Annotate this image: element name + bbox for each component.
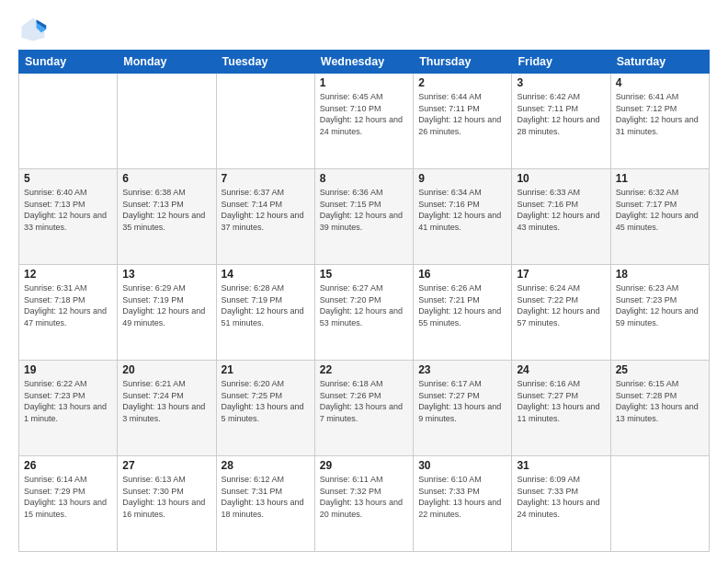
day-info: Sunrise: 6:23 AM Sunset: 7:23 PM Dayligh… <box>616 282 704 328</box>
table-row: 26Sunrise: 6:14 AM Sunset: 7:29 PM Dayli… <box>19 456 118 552</box>
day-info: Sunrise: 6:21 AM Sunset: 7:24 PM Dayligh… <box>122 378 210 424</box>
day-number: 7 <box>222 172 310 185</box>
day-number: 6 <box>122 172 210 185</box>
day-number: 13 <box>122 268 210 281</box>
day-number: 24 <box>517 363 605 376</box>
table-row <box>610 456 709 552</box>
day-number: 30 <box>418 459 506 472</box>
day-info: Sunrise: 6:42 AM Sunset: 7:11 PM Dayligh… <box>517 91 605 137</box>
col-thursday: Thursday <box>414 51 512 74</box>
day-info: Sunrise: 6:31 AM Sunset: 7:18 PM Dayligh… <box>24 282 112 328</box>
day-info: Sunrise: 6:41 AM Sunset: 7:12 PM Dayligh… <box>616 91 704 137</box>
day-number: 18 <box>616 268 704 281</box>
table-row: 28Sunrise: 6:12 AM Sunset: 7:31 PM Dayli… <box>216 456 314 552</box>
day-info: Sunrise: 6:11 AM Sunset: 7:32 PM Dayligh… <box>320 474 408 520</box>
calendar-body: 1Sunrise: 6:45 AM Sunset: 7:10 PM Daylig… <box>19 74 710 552</box>
table-row: 5Sunrise: 6:40 AM Sunset: 7:13 PM Daylig… <box>19 169 118 265</box>
day-number: 4 <box>616 76 704 89</box>
day-number: 8 <box>320 172 408 185</box>
table-row: 20Sunrise: 6:21 AM Sunset: 7:24 PM Dayli… <box>118 361 216 456</box>
col-friday: Friday <box>512 51 610 74</box>
table-row: 29Sunrise: 6:11 AM Sunset: 7:32 PM Dayli… <box>314 456 413 552</box>
day-number: 29 <box>320 459 408 472</box>
table-row: 18Sunrise: 6:23 AM Sunset: 7:23 PM Dayli… <box>610 265 709 361</box>
day-number: 28 <box>222 459 310 472</box>
col-monday: Monday <box>118 51 216 74</box>
table-row: 10Sunrise: 6:33 AM Sunset: 7:16 PM Dayli… <box>512 169 610 265</box>
day-number: 12 <box>24 268 112 281</box>
day-number: 26 <box>24 459 112 472</box>
day-number: 9 <box>418 172 506 185</box>
day-info: Sunrise: 6:28 AM Sunset: 7:19 PM Dayligh… <box>222 282 310 328</box>
day-number: 23 <box>418 363 506 376</box>
day-number: 19 <box>24 363 112 376</box>
day-number: 11 <box>616 172 704 185</box>
day-number: 5 <box>24 172 112 185</box>
table-row: 24Sunrise: 6:16 AM Sunset: 7:27 PM Dayli… <box>512 361 610 456</box>
day-number: 15 <box>320 268 408 281</box>
calendar-week-row: 5Sunrise: 6:40 AM Sunset: 7:13 PM Daylig… <box>19 169 710 265</box>
day-number: 27 <box>122 459 210 472</box>
day-number: 10 <box>517 172 605 185</box>
day-info: Sunrise: 6:44 AM Sunset: 7:11 PM Dayligh… <box>418 91 506 137</box>
table-row: 17Sunrise: 6:24 AM Sunset: 7:22 PM Dayli… <box>512 265 610 361</box>
day-info: Sunrise: 6:14 AM Sunset: 7:29 PM Dayligh… <box>24 474 112 520</box>
table-row: 30Sunrise: 6:10 AM Sunset: 7:33 PM Dayli… <box>414 456 512 552</box>
page: Sunday Monday Tuesday Wednesday Thursday… <box>0 0 728 563</box>
table-row: 8Sunrise: 6:36 AM Sunset: 7:15 PM Daylig… <box>314 169 413 265</box>
calendar-week-row: 19Sunrise: 6:22 AM Sunset: 7:23 PM Dayli… <box>19 361 710 456</box>
calendar-week-row: 1Sunrise: 6:45 AM Sunset: 7:10 PM Daylig… <box>19 74 710 169</box>
day-info: Sunrise: 6:40 AM Sunset: 7:13 PM Dayligh… <box>24 187 112 233</box>
day-number: 2 <box>418 76 506 89</box>
logo-icon <box>18 15 48 44</box>
table-row: 15Sunrise: 6:27 AM Sunset: 7:20 PM Dayli… <box>314 265 413 361</box>
table-row: 9Sunrise: 6:34 AM Sunset: 7:16 PM Daylig… <box>414 169 512 265</box>
day-number: 22 <box>320 363 408 376</box>
day-info: Sunrise: 6:22 AM Sunset: 7:23 PM Dayligh… <box>24 378 112 424</box>
table-row: 14Sunrise: 6:28 AM Sunset: 7:19 PM Dayli… <box>216 265 314 361</box>
day-info: Sunrise: 6:24 AM Sunset: 7:22 PM Dayligh… <box>517 282 605 328</box>
calendar-table: Sunday Monday Tuesday Wednesday Thursday… <box>18 50 710 552</box>
table-row: 19Sunrise: 6:22 AM Sunset: 7:23 PM Dayli… <box>19 361 118 456</box>
day-number: 21 <box>222 363 310 376</box>
table-row: 3Sunrise: 6:42 AM Sunset: 7:11 PM Daylig… <box>512 74 610 169</box>
table-row: 7Sunrise: 6:37 AM Sunset: 7:14 PM Daylig… <box>216 169 314 265</box>
table-row: 31Sunrise: 6:09 AM Sunset: 7:33 PM Dayli… <box>512 456 610 552</box>
table-row: 11Sunrise: 6:32 AM Sunset: 7:17 PM Dayli… <box>610 169 709 265</box>
day-number: 20 <box>122 363 210 376</box>
day-info: Sunrise: 6:45 AM Sunset: 7:10 PM Dayligh… <box>320 91 408 137</box>
day-number: 17 <box>517 268 605 281</box>
day-info: Sunrise: 6:29 AM Sunset: 7:19 PM Dayligh… <box>122 282 210 328</box>
day-number: 16 <box>418 268 506 281</box>
day-info: Sunrise: 6:17 AM Sunset: 7:27 PM Dayligh… <box>418 378 506 424</box>
table-row: 27Sunrise: 6:13 AM Sunset: 7:30 PM Dayli… <box>118 456 216 552</box>
table-row: 16Sunrise: 6:26 AM Sunset: 7:21 PM Dayli… <box>414 265 512 361</box>
table-row <box>216 74 314 169</box>
day-number: 25 <box>616 363 704 376</box>
day-info: Sunrise: 6:37 AM Sunset: 7:14 PM Dayligh… <box>222 187 310 233</box>
col-tuesday: Tuesday <box>216 51 314 74</box>
day-info: Sunrise: 6:15 AM Sunset: 7:28 PM Dayligh… <box>616 378 704 424</box>
col-saturday: Saturday <box>610 51 709 74</box>
day-number: 14 <box>222 268 310 281</box>
table-row: 13Sunrise: 6:29 AM Sunset: 7:19 PM Dayli… <box>118 265 216 361</box>
day-info: Sunrise: 6:13 AM Sunset: 7:30 PM Dayligh… <box>122 474 210 520</box>
day-info: Sunrise: 6:16 AM Sunset: 7:27 PM Dayligh… <box>517 378 605 424</box>
day-info: Sunrise: 6:18 AM Sunset: 7:26 PM Dayligh… <box>320 378 408 424</box>
table-row: 22Sunrise: 6:18 AM Sunset: 7:26 PM Dayli… <box>314 361 413 456</box>
table-row: 25Sunrise: 6:15 AM Sunset: 7:28 PM Dayli… <box>610 361 709 456</box>
day-info: Sunrise: 6:27 AM Sunset: 7:20 PM Dayligh… <box>320 282 408 328</box>
day-info: Sunrise: 6:09 AM Sunset: 7:33 PM Dayligh… <box>517 474 605 520</box>
logo <box>18 15 51 44</box>
table-row: 2Sunrise: 6:44 AM Sunset: 7:11 PM Daylig… <box>414 74 512 169</box>
day-info: Sunrise: 6:10 AM Sunset: 7:33 PM Dayligh… <box>418 474 506 520</box>
table-row: 4Sunrise: 6:41 AM Sunset: 7:12 PM Daylig… <box>610 74 709 169</box>
day-info: Sunrise: 6:20 AM Sunset: 7:25 PM Dayligh… <box>222 378 310 424</box>
day-number: 3 <box>517 76 605 89</box>
header <box>18 15 710 44</box>
day-info: Sunrise: 6:38 AM Sunset: 7:13 PM Dayligh… <box>122 187 210 233</box>
table-row <box>118 74 216 169</box>
day-info: Sunrise: 6:36 AM Sunset: 7:15 PM Dayligh… <box>320 187 408 233</box>
table-row: 21Sunrise: 6:20 AM Sunset: 7:25 PM Dayli… <box>216 361 314 456</box>
table-row: 6Sunrise: 6:38 AM Sunset: 7:13 PM Daylig… <box>118 169 216 265</box>
